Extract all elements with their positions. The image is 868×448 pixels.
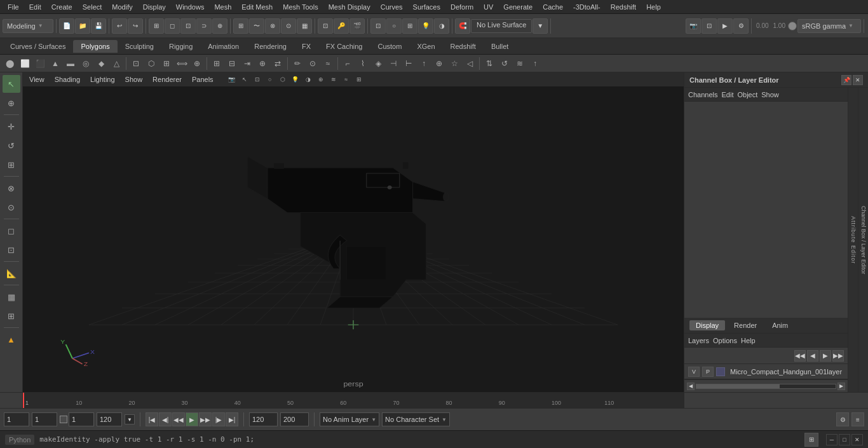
tab-sculpting[interactable]: Sculpting: [118, 40, 161, 53]
menu-edit-mesh[interactable]: Edit Mesh: [236, 2, 278, 12]
prism-tool[interactable]: ◆: [94, 57, 108, 71]
paint-select-tool-btn[interactable]: ⊕: [3, 94, 20, 112]
flip-tool[interactable]: ⇅: [482, 57, 496, 71]
open-file-btn[interactable]: 📁: [75, 18, 90, 34]
poke-tool[interactable]: ☆: [447, 57, 461, 71]
merge-tool[interactable]: ⊕: [432, 57, 446, 71]
subd-proxy-tool[interactable]: ⊡: [129, 57, 143, 71]
menu-mesh[interactable]: Mesh: [209, 2, 236, 12]
scale-tool-btn[interactable]: ⊞: [3, 156, 20, 173]
gamma-dropdown[interactable]: sRGB gamma ▼: [797, 19, 861, 33]
menu-edit[interactable]: Edit: [24, 2, 46, 12]
tab-custom[interactable]: Custom: [370, 40, 410, 53]
viewport[interactable]: View Shading Lighting Show Renderer Pane…: [23, 72, 684, 392]
menu-select[interactable]: Select: [78, 2, 107, 12]
vp-ao-btn[interactable]: ⊕: [315, 74, 327, 85]
object-menu[interactable]: Object: [737, 91, 757, 98]
tab-fx[interactable]: FX: [294, 40, 318, 53]
paint-select-btn[interactable]: ⊕: [212, 18, 227, 34]
save-file-btn[interactable]: 💾: [91, 18, 106, 34]
render-region-btn[interactable]: ⊡: [702, 18, 717, 34]
render-seq-btn[interactable]: ▶: [717, 18, 733, 34]
menu-deform[interactable]: Deform: [445, 2, 478, 12]
vp-hud-btn[interactable]: ⊞: [353, 74, 365, 85]
torus-tool[interactable]: ◎: [79, 57, 93, 71]
menu-redshift[interactable]: Redshift: [606, 2, 641, 12]
plane-tool[interactable]: ▬: [64, 57, 78, 71]
collapse-tool[interactable]: ◈: [371, 57, 385, 71]
rotate-tool-btn[interactable]: ↺: [3, 137, 20, 154]
light-btn[interactable]: 💡: [418, 18, 433, 34]
snap-view-btn[interactable]: ⊙: [281, 18, 296, 34]
menu-file[interactable]: File: [3, 2, 24, 12]
separate-tool[interactable]: ⊟: [225, 57, 239, 71]
connect-tool[interactable]: ⊣: [386, 57, 400, 71]
tab-rigging[interactable]: Rigging: [161, 40, 200, 53]
frame-start-field[interactable]: 1: [4, 412, 29, 426]
vp-texture-btn[interactable]: ⬡: [277, 74, 288, 85]
show-hide-btn[interactable]: ◻: [3, 222, 20, 240]
menu-surfaces[interactable]: Surfaces: [408, 2, 445, 12]
mirror-tool[interactable]: ⟺: [175, 57, 189, 71]
scroll-track[interactable]: [696, 384, 836, 389]
menu-generate[interactable]: Generate: [498, 2, 538, 12]
auto-key-checkbox[interactable]: [60, 416, 67, 423]
playback-end-field[interactable]: 120: [249, 412, 278, 426]
new-file-btn[interactable]: 📄: [59, 18, 74, 34]
menu-windows[interactable]: Windows: [171, 2, 210, 12]
boolean-tool[interactable]: ⊕: [190, 57, 204, 71]
char-set-dropdown[interactable]: No Character Set ▼: [382, 412, 450, 426]
history-btn[interactable]: ⊡: [318, 18, 333, 34]
combine-tool[interactable]: ⊞: [210, 57, 224, 71]
go-start-btn[interactable]: |◀: [146, 412, 158, 426]
bridge-tool[interactable]: ⌇: [356, 57, 370, 71]
play-back-btn[interactable]: ◀◀: [172, 412, 185, 426]
render-mode-btn[interactable]: ▦: [3, 288, 20, 306]
live-surface-options-btn[interactable]: ▼: [532, 18, 548, 34]
live-surface-button[interactable]: No Live Surface: [471, 19, 532, 33]
extract-tool[interactable]: ⇥: [240, 57, 254, 71]
minimize-sub-btn[interactable]: ─: [826, 434, 837, 445]
step-back-btn[interactable]: ◀|: [159, 412, 172, 426]
cone-tool[interactable]: ▲: [48, 57, 62, 71]
menu-3dtall[interactable]: -3DtoAll-: [568, 2, 606, 12]
render-btn[interactable]: 🎬: [349, 18, 365, 34]
menu-help[interactable]: Help: [641, 2, 666, 12]
select-by-object-btn[interactable]: ◻: [165, 18, 180, 34]
instance-tool[interactable]: ⊞: [159, 57, 173, 71]
channels-menu[interactable]: Channels: [688, 91, 717, 98]
pyramid-tool[interactable]: △: [109, 57, 123, 71]
anim-tab[interactable]: Anim: [766, 320, 794, 330]
go-end-btn[interactable]: ▶|: [226, 412, 238, 426]
sculpt-tool[interactable]: ⊙: [306, 57, 320, 71]
layer-fwd-btn[interactable]: ▶: [820, 350, 831, 362]
sphere-tool[interactable]: ⬤: [3, 57, 17, 71]
gamma-btn[interactable]: [788, 22, 797, 31]
detach-tool[interactable]: ⊢: [402, 57, 416, 71]
cube-tool[interactable]: ⬜: [18, 57, 32, 71]
tab-bullet[interactable]: Bullet: [484, 40, 517, 53]
viewport-menu-shading[interactable]: Shading: [52, 74, 83, 85]
vp-aa-btn[interactable]: ≋: [328, 74, 339, 85]
timeline-ruler[interactable]: 1 10 20 30 40 50 60 70 80 90 100 110: [23, 393, 684, 408]
viewport-menu-panels[interactable]: Panels: [189, 74, 216, 85]
channel-box-side-tab[interactable]: Channel Box / Layer Editor: [858, 88, 868, 392]
redo-btn[interactable]: ↪: [128, 18, 143, 34]
texture-btn[interactable]: ⊞: [402, 18, 417, 34]
channel-box-close-btn[interactable]: ✕: [853, 75, 863, 85]
extrude-tool[interactable]: ↑: [417, 57, 431, 71]
tab-xgen[interactable]: XGen: [409, 40, 442, 53]
tab-curves-surfaces[interactable]: Curves / Surfaces: [3, 40, 73, 53]
viewport-menu-view[interactable]: View: [27, 74, 47, 85]
layer-new-btn[interactable]: ◀◀: [794, 350, 806, 362]
max-frame-field[interactable]: 200: [280, 412, 309, 426]
vp-light-btn[interactable]: 💡: [290, 74, 301, 85]
snap-surface-btn[interactable]: ▦: [297, 18, 312, 34]
relax-tool[interactable]: ≈: [321, 57, 335, 71]
shadow-btn[interactable]: ◑: [434, 18, 449, 34]
move-tool-btn[interactable]: ✛: [3, 118, 20, 135]
anim-layer-dropdown[interactable]: No Anim Layer ▼: [320, 412, 379, 426]
snap-curve-btn[interactable]: 〜: [249, 18, 264, 34]
snap-align-btn[interactable]: ⊡: [3, 241, 20, 259]
magnet-btn[interactable]: 🧲: [455, 18, 470, 34]
